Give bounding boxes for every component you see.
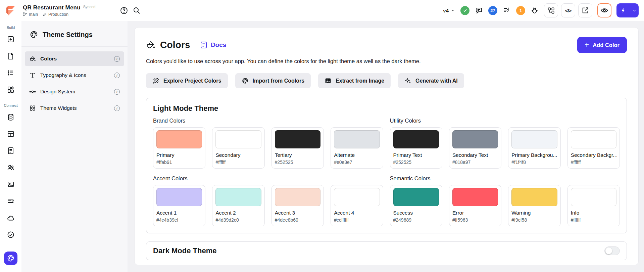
widget-tree-button[interactable]: [544, 3, 558, 17]
color-swatch-secondary-background[interactable]: Secondary Backgr... #ffffff: [567, 127, 620, 169]
color-swatch-info[interactable]: Info #ffffff: [567, 185, 620, 226]
info-icon[interactable]: i: [114, 73, 120, 78]
color-swatch-primary-background[interactable]: Primary Backgrou... #f1f4f8: [508, 127, 560, 169]
page-title: Colors: [160, 40, 190, 50]
lightning-icon: [621, 8, 626, 13]
debug-button[interactable]: [528, 4, 541, 17]
rail-item-database[interactable]: [4, 110, 17, 124]
comments-button[interactable]: [473, 4, 485, 17]
issues-badge[interactable]: 27: [488, 6, 497, 15]
sidebar-item-label: Theme Widgets: [40, 105, 77, 111]
rail-item-files[interactable]: [4, 144, 17, 157]
color-swatch-primary[interactable]: Primary #ffab91: [153, 127, 205, 169]
color-swatch-success[interactable]: Success #249689: [390, 185, 442, 226]
sidebar-item-theme-widgets[interactable]: Theme Widgets i: [25, 101, 124, 116]
add-color-button[interactable]: + Add Color: [577, 37, 627, 53]
color-hex: #4c4b39ef: [156, 217, 202, 223]
run-button[interactable]: [616, 3, 630, 17]
rail-item-automations[interactable]: [4, 194, 17, 208]
rail-item-components[interactable]: [4, 83, 17, 96]
palette-icon: [7, 254, 15, 262]
quick-actions-button[interactable]: [500, 4, 513, 17]
color-swatch-secondary[interactable]: Secondary #ffffff: [212, 127, 264, 169]
color-swatch-error[interactable]: Error #ff5963: [449, 185, 501, 226]
color-name: Accent 4: [334, 210, 380, 216]
rail-item-api[interactable]: [4, 127, 17, 141]
rail-item-checks[interactable]: [4, 228, 17, 241]
version-dropdown[interactable]: v4: [440, 6, 457, 15]
docs-link[interactable]: Docs: [200, 41, 226, 49]
color-swatch-tertiary[interactable]: Tertiary #252525: [271, 127, 324, 169]
color-preview: [571, 188, 616, 206]
sync-status-badge[interactable]: [460, 6, 469, 15]
light-mode-title: Light Mode Theme: [153, 104, 620, 113]
color-swatch-alternate[interactable]: Alternate #e0e3e7: [331, 127, 383, 169]
nav-rail: Build Connect: [0, 21, 21, 272]
color-name: Primary Backgrou...: [511, 152, 557, 158]
database-icon: [7, 113, 15, 121]
rail-item-media[interactable]: [4, 178, 17, 191]
info-icon[interactable]: i: [114, 56, 120, 62]
sidebar-header: Theme Settings: [21, 21, 128, 47]
color-swatch-primary-text[interactable]: Primary Text #252525: [390, 127, 442, 169]
plus-icon: +: [585, 41, 589, 49]
rail-item-widget-tree[interactable]: [4, 66, 17, 80]
check-circle-icon: [7, 231, 15, 239]
sidebar-item-design-system[interactable]: Design System i: [25, 84, 124, 99]
extract-from-image-button[interactable]: Extract from Image: [318, 73, 391, 88]
version-label: v4: [443, 8, 449, 13]
color-swatch-secondary-text[interactable]: Secondary Text #818a97: [449, 127, 501, 169]
notifications-count: 1: [519, 8, 522, 13]
color-preview: [393, 188, 439, 206]
color-swatch-accent-2[interactable]: Accent 2 #4d39d2c0: [212, 185, 264, 226]
preview-button[interactable]: [597, 3, 611, 17]
color-name: Accent 2: [215, 210, 261, 216]
info-icon[interactable]: i: [114, 89, 120, 95]
color-hex: #ccffffff: [334, 217, 380, 223]
generate-with-ai-button[interactable]: Generate with AI: [398, 73, 464, 88]
search-button[interactable]: [130, 4, 143, 17]
page-description: Colors you'd like to use across your app…: [146, 58, 627, 64]
run-options-button[interactable]: [630, 3, 639, 17]
palette-icon: [242, 77, 249, 84]
color-tools: Explore Project Colors Import from Coolo…: [146, 73, 627, 88]
explore-project-colors-button[interactable]: Explore Project Colors: [146, 73, 228, 88]
topbar-actions: v4 27 1: [440, 3, 639, 17]
search-icon: [133, 6, 141, 14]
color-swatch-accent-4[interactable]: Accent 4 #ccffffff: [331, 185, 383, 226]
color-preview: [452, 130, 498, 148]
color-hex: #4dee8b60: [275, 217, 320, 223]
action-label: Import from Coolors: [253, 78, 305, 84]
dark-mode-toggle[interactable]: [604, 246, 620, 255]
info-icon[interactable]: i: [114, 105, 120, 111]
help-button[interactable]: [117, 4, 130, 17]
sidebar-item-label: Design System: [40, 89, 75, 95]
sidebar-item-typography[interactable]: Typography & Icons i: [25, 68, 124, 83]
view-code-button[interactable]: </>: [561, 3, 575, 17]
color-name: Success: [393, 210, 439, 216]
environment-selector[interactable]: Production: [43, 12, 68, 17]
color-preview: [156, 130, 202, 148]
color-swatch-accent-3[interactable]: Accent 3 #4dee8b60: [271, 185, 324, 226]
rail-item-widget-palette[interactable]: [4, 33, 17, 46]
import-from-coolors-button[interactable]: Import from Coolors: [235, 73, 311, 88]
dark-mode-section: Dark Mode Theme: [146, 241, 627, 260]
color-preview: [156, 188, 202, 206]
flutterflow-logo[interactable]: [4, 4, 17, 17]
share-button[interactable]: [578, 3, 592, 17]
branch-selector[interactable]: main: [23, 12, 38, 17]
components-icon: [7, 86, 15, 94]
rail-item-pages[interactable]: [4, 49, 17, 63]
notifications-badge[interactable]: 1: [516, 6, 525, 15]
docs-icon: [200, 41, 208, 49]
code-icon: </>: [565, 8, 572, 13]
project-title: QR Restaurant Menu: [23, 4, 81, 11]
rail-item-deploy[interactable]: [4, 211, 17, 225]
branch-name: main: [29, 12, 38, 17]
rail-item-theme-settings[interactable]: [4, 252, 17, 265]
light-mode-section: Light Mode Theme Brand Colors Utility Co…: [146, 98, 627, 233]
rail-item-users[interactable]: [4, 161, 17, 174]
color-swatch-accent-1[interactable]: Accent 1 #4c4b39ef: [153, 185, 205, 226]
sidebar-item-colors[interactable]: Colors i: [25, 51, 124, 66]
color-swatch-warning[interactable]: Warning #f9cf58: [508, 185, 560, 226]
